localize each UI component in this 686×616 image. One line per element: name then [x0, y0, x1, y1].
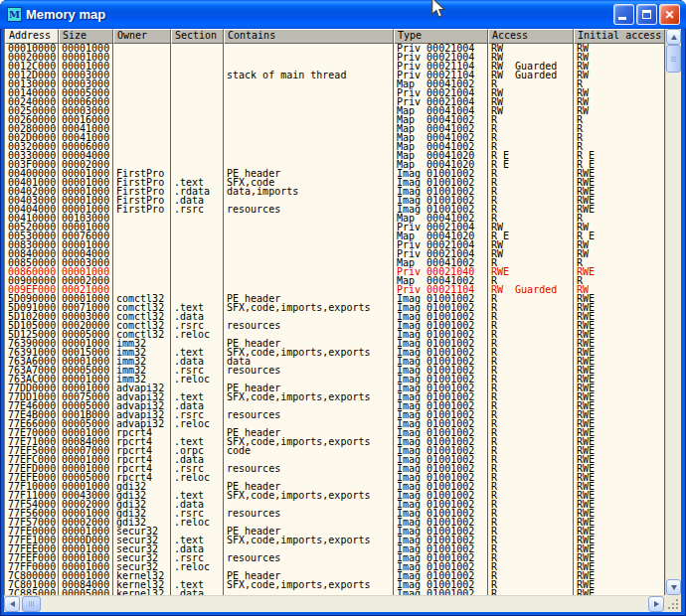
column-header-section[interactable]: Section [171, 29, 224, 44]
resize-grip[interactable] [664, 595, 681, 612]
cell-contains: SFX,code,imports,exports [224, 303, 394, 312]
cell-contains: SFX,code,imports,exports [224, 491, 394, 500]
cell-access: R [488, 500, 574, 509]
cell-initial-access: RWE [574, 267, 665, 276]
cell-contains: data,imports [224, 187, 394, 196]
cell-section [171, 151, 224, 160]
cell-initial-access: RW [574, 106, 665, 115]
memory-map-icon-letter: M [9, 10, 20, 20]
cell-access: R [488, 580, 574, 589]
cell-access: R [488, 419, 574, 428]
vertical-scrollbar[interactable] [665, 29, 681, 595]
cell-access: R [488, 392, 574, 401]
cell-contains: resources [224, 321, 394, 330]
cell-contains [224, 97, 394, 106]
cell-access: R [488, 357, 574, 366]
cell-section [171, 231, 224, 240]
cell-access: R [488, 464, 574, 473]
cell-section: .reloc [171, 375, 224, 384]
cell-contains [224, 214, 394, 223]
cell-access: RW [488, 106, 574, 115]
cell-initial-access: RWE [574, 205, 665, 214]
cell-contains [224, 44, 394, 53]
cell-initial-access: R [574, 133, 665, 142]
cell-owner: FirstPro [113, 205, 171, 214]
vertical-scroll-track[interactable] [666, 45, 681, 579]
cell-section: .reloc [171, 419, 224, 428]
cell-contains [224, 249, 394, 258]
cell-access: R [488, 294, 574, 303]
cell-section [171, 115, 224, 124]
cell-owner [113, 258, 171, 267]
horizontal-scrollbar[interactable] [4, 595, 664, 612]
cell-owner [113, 223, 171, 231]
cell-contains [224, 267, 394, 276]
cell-contains [224, 240, 394, 249]
scroll-right-button[interactable] [648, 596, 664, 612]
arrow-down-icon [671, 585, 677, 590]
cell-contains: resources [224, 553, 394, 562]
vertical-scroll-thumb[interactable] [666, 45, 681, 73]
cell-access: R [488, 196, 574, 205]
cell-access: R [488, 562, 574, 571]
horizontal-scroll-thumb[interactable] [22, 596, 41, 612]
scroll-down-button[interactable] [666, 579, 681, 595]
cell-contains: resources [224, 509, 394, 518]
cell-contains [224, 133, 394, 142]
arrow-up-icon [671, 35, 677, 40]
cell-section: .reloc [171, 518, 224, 527]
cell-contains [224, 106, 394, 115]
cell-section [171, 240, 224, 249]
cell-access: R [488, 375, 574, 384]
column-header-initial-access[interactable]: Initial access [574, 29, 665, 44]
cell-access: R [488, 428, 574, 437]
cell-access: R [488, 321, 574, 330]
cell-access: R [488, 536, 574, 544]
column-header-owner[interactable]: Owner [113, 29, 171, 44]
cell-owner [113, 267, 171, 276]
cell-access: R [488, 473, 574, 482]
minimize-button[interactable] [613, 4, 634, 25]
cell-section [171, 214, 224, 223]
cell-access: R E [488, 160, 574, 169]
cell-owner [113, 97, 171, 106]
cell-access: R [488, 348, 574, 357]
cell-contains [224, 142, 394, 151]
cell-access: R [488, 205, 574, 214]
cell-contains: code [224, 446, 394, 455]
column-header-contains[interactable]: Contains [224, 29, 394, 44]
scroll-up-button[interactable] [666, 29, 681, 45]
column-header-access[interactable]: Access [488, 29, 574, 44]
cell-owner [113, 53, 171, 62]
cell-owner [113, 240, 171, 249]
cell-access: R [488, 115, 574, 124]
arrow-left-icon [10, 601, 15, 607]
cell-contains [224, 53, 394, 62]
cell-initial-access: RW [574, 249, 665, 258]
memory-map-table: AddressSizeOwnerSectionContainsTypeAcces… [4, 29, 665, 595]
cell-section [171, 53, 224, 62]
cell-contains [224, 223, 394, 231]
column-header-address[interactable]: Address [5, 29, 59, 44]
cell-owner [113, 44, 171, 53]
cell-access: RW [488, 249, 574, 258]
maximize-button[interactable] [636, 4, 657, 25]
cell-contains [224, 88, 394, 97]
cell-owner [113, 249, 171, 258]
close-button[interactable]: ✕ [659, 4, 680, 25]
cell-section [171, 44, 224, 53]
cell-access: R [488, 446, 574, 455]
cell-owner [113, 115, 171, 124]
column-header-type[interactable]: Type [394, 29, 488, 44]
cell-owner [113, 151, 171, 160]
cell-section [171, 71, 224, 79]
memory-map-client-area: AddressSizeOwnerSectionContainsTypeAcces… [4, 29, 681, 612]
column-header-size[interactable]: Size [59, 29, 113, 44]
cell-initial-access: R [574, 115, 665, 124]
horizontal-scroll-track[interactable] [20, 596, 648, 612]
cell-contains: resources [224, 205, 394, 214]
titlebar[interactable]: M Memory map ✕ [0, 0, 686, 29]
cell-contains [224, 124, 394, 133]
scroll-left-button[interactable] [4, 596, 20, 612]
cell-access: RW Guarded [488, 71, 574, 79]
